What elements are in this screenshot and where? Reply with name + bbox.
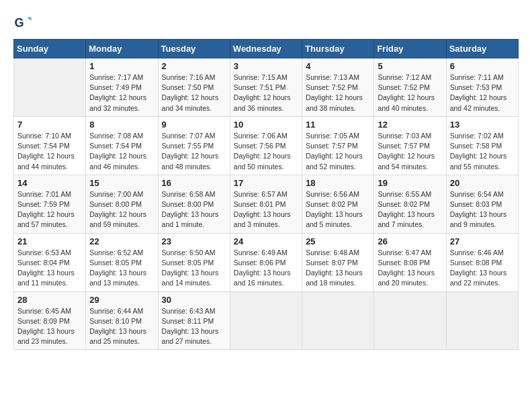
day-info: Sunrise: 7:16 AM Sunset: 7:50 PM Dayligh… [162,73,226,113]
day-cell [446,291,518,350]
day-number: 30 [162,295,226,305]
day-info: Sunrise: 7:17 AM Sunset: 7:49 PM Dayligh… [89,73,154,113]
day-cell: 19Sunrise: 6:55 AM Sunset: 8:02 PM Dayli… [374,175,446,233]
header-row: SundayMondayTuesdayWednesdayThursdayFrid… [14,40,519,58]
day-cell: 30Sunrise: 6:43 AM Sunset: 8:11 PM Dayli… [158,291,230,350]
day-cell: 10Sunrise: 7:06 AM Sunset: 7:56 PM Dayli… [230,116,302,175]
day-number: 4 [306,61,370,71]
day-info: Sunrise: 6:52 AM Sunset: 8:05 PM Dayligh… [89,248,154,289]
day-number: 28 [17,295,82,305]
day-number: 26 [378,236,442,246]
svg-text:G: G [14,16,24,30]
day-cell: 18Sunrise: 6:56 AM Sunset: 8:02 PM Dayli… [302,175,374,233]
day-number: 16 [162,178,226,188]
day-info: Sunrise: 7:02 AM Sunset: 7:58 PM Dayligh… [450,131,515,172]
day-info: Sunrise: 6:43 AM Sunset: 8:11 PM Dayligh… [162,306,226,347]
day-info: Sunrise: 6:46 AM Sunset: 8:08 PM Dayligh… [450,248,515,289]
header-cell-saturday: Saturday [446,40,518,58]
day-info: Sunrise: 7:13 AM Sunset: 7:52 PM Dayligh… [306,73,370,113]
day-cell: 5Sunrise: 7:12 AM Sunset: 7:52 PM Daylig… [374,58,446,117]
day-number: 23 [162,236,226,246]
day-info: Sunrise: 6:50 AM Sunset: 8:05 PM Dayligh… [162,248,226,289]
day-number: 21 [17,236,82,246]
day-number: 20 [450,178,515,188]
day-number: 2 [162,61,226,71]
day-cell: 28Sunrise: 6:45 AM Sunset: 8:09 PM Dayli… [14,291,86,350]
day-cell: 11Sunrise: 7:05 AM Sunset: 7:57 PM Dayli… [302,116,374,175]
day-info: Sunrise: 7:00 AM Sunset: 8:00 PM Dayligh… [89,189,154,230]
day-number: 14 [17,178,82,188]
day-info: Sunrise: 6:45 AM Sunset: 8:09 PM Dayligh… [17,306,82,347]
day-cell: 25Sunrise: 6:48 AM Sunset: 8:07 PM Dayli… [302,233,374,291]
day-number: 8 [89,120,154,130]
day-number: 3 [234,61,298,71]
day-number: 6 [450,61,515,71]
day-cell: 23Sunrise: 6:50 AM Sunset: 8:05 PM Dayli… [158,233,230,291]
day-info: Sunrise: 6:48 AM Sunset: 8:07 PM Dayligh… [306,248,370,289]
day-cell [374,291,446,350]
day-number: 10 [234,120,298,130]
day-cell: 17Sunrise: 6:57 AM Sunset: 8:01 PM Dayli… [230,175,302,233]
day-number: 15 [89,178,154,188]
logo-icon: G [13,13,32,32]
day-cell: 29Sunrise: 6:44 AM Sunset: 8:10 PM Dayli… [86,291,158,350]
week-row-3: 14Sunrise: 7:01 AM Sunset: 7:59 PM Dayli… [14,175,519,233]
day-cell: 6Sunrise: 7:11 AM Sunset: 7:53 PM Daylig… [446,58,518,117]
day-cell: 4Sunrise: 7:13 AM Sunset: 7:52 PM Daylig… [302,58,374,117]
week-row-1: 1Sunrise: 7:17 AM Sunset: 7:49 PM Daylig… [14,58,519,117]
day-info: Sunrise: 7:03 AM Sunset: 7:57 PM Dayligh… [378,131,442,172]
day-info: Sunrise: 6:53 AM Sunset: 8:04 PM Dayligh… [17,248,82,289]
day-number: 9 [162,120,226,130]
day-cell: 12Sunrise: 7:03 AM Sunset: 7:57 PM Dayli… [374,116,446,175]
day-cell: 16Sunrise: 6:58 AM Sunset: 8:00 PM Dayli… [158,175,230,233]
header-cell-sunday: Sunday [14,40,86,58]
day-cell: 24Sunrise: 6:49 AM Sunset: 8:06 PM Dayli… [230,233,302,291]
day-cell [14,58,86,117]
day-info: Sunrise: 7:06 AM Sunset: 7:56 PM Dayligh… [234,131,298,172]
day-number: 29 [89,295,154,305]
week-row-5: 28Sunrise: 6:45 AM Sunset: 8:09 PM Dayli… [14,291,519,350]
day-info: Sunrise: 6:57 AM Sunset: 8:01 PM Dayligh… [234,189,298,230]
day-info: Sunrise: 6:44 AM Sunset: 8:10 PM Dayligh… [89,306,154,347]
day-cell: 20Sunrise: 6:54 AM Sunset: 8:03 PM Dayli… [446,175,518,233]
day-number: 25 [306,236,370,246]
day-info: Sunrise: 6:58 AM Sunset: 8:00 PM Dayligh… [162,189,226,230]
day-info: Sunrise: 7:15 AM Sunset: 7:51 PM Dayligh… [234,73,298,113]
header-cell-tuesday: Tuesday [158,40,230,58]
day-cell: 3Sunrise: 7:15 AM Sunset: 7:51 PM Daylig… [230,58,302,117]
day-number: 1 [89,61,154,71]
day-cell: 2Sunrise: 7:16 AM Sunset: 7:50 PM Daylig… [158,58,230,117]
day-info: Sunrise: 7:05 AM Sunset: 7:57 PM Dayligh… [306,131,370,172]
day-info: Sunrise: 6:55 AM Sunset: 8:02 PM Dayligh… [378,189,442,230]
page-header: G [13,13,519,32]
day-info: Sunrise: 7:11 AM Sunset: 7:53 PM Dayligh… [450,73,515,113]
day-number: 13 [450,120,515,130]
day-info: Sunrise: 6:56 AM Sunset: 8:02 PM Dayligh… [306,189,370,230]
calendar-table: SundayMondayTuesdayWednesdayThursdayFrid… [13,39,519,350]
week-row-2: 7Sunrise: 7:10 AM Sunset: 7:54 PM Daylig… [14,116,519,175]
header-cell-wednesday: Wednesday [230,40,302,58]
day-cell: 26Sunrise: 6:47 AM Sunset: 8:08 PM Dayli… [374,233,446,291]
day-cell [302,291,374,350]
day-info: Sunrise: 7:08 AM Sunset: 7:54 PM Dayligh… [89,131,154,172]
day-cell: 22Sunrise: 6:52 AM Sunset: 8:05 PM Dayli… [86,233,158,291]
day-info: Sunrise: 6:54 AM Sunset: 8:03 PM Dayligh… [450,189,515,230]
day-cell: 13Sunrise: 7:02 AM Sunset: 7:58 PM Dayli… [446,116,518,175]
header-cell-thursday: Thursday [302,40,374,58]
day-cell: 9Sunrise: 7:07 AM Sunset: 7:55 PM Daylig… [158,116,230,175]
day-info: Sunrise: 7:12 AM Sunset: 7:52 PM Dayligh… [378,73,442,113]
day-number: 27 [450,236,515,246]
day-cell [230,291,302,350]
day-cell: 15Sunrise: 7:00 AM Sunset: 8:00 PM Dayli… [86,175,158,233]
day-cell: 27Sunrise: 6:46 AM Sunset: 8:08 PM Dayli… [446,233,518,291]
day-number: 5 [378,61,442,71]
day-cell: 1Sunrise: 7:17 AM Sunset: 7:49 PM Daylig… [86,58,158,117]
day-number: 22 [89,236,154,246]
day-cell: 8Sunrise: 7:08 AM Sunset: 7:54 PM Daylig… [86,116,158,175]
day-number: 19 [378,178,442,188]
day-cell: 21Sunrise: 6:53 AM Sunset: 8:04 PM Dayli… [14,233,86,291]
day-info: Sunrise: 7:01 AM Sunset: 7:59 PM Dayligh… [17,189,82,230]
day-cell: 7Sunrise: 7:10 AM Sunset: 7:54 PM Daylig… [14,116,86,175]
day-cell: 14Sunrise: 7:01 AM Sunset: 7:59 PM Dayli… [14,175,86,233]
header-cell-friday: Friday [374,40,446,58]
